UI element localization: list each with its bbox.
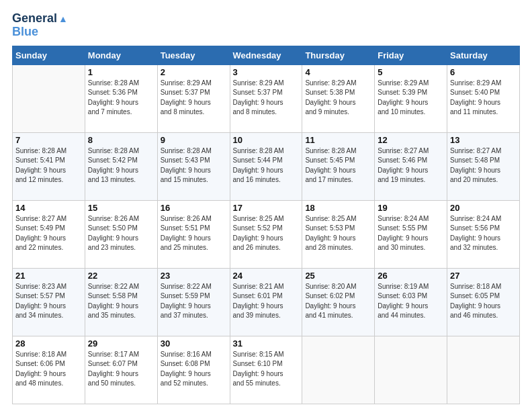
day-info: Sunrise: 8:18 AMSunset: 6:06 PMDaylight:… — [15, 350, 82, 389]
calendar-cell: 10Sunrise: 8:28 AMSunset: 5:44 PMDayligh… — [230, 132, 302, 200]
day-number: 29 — [88, 338, 154, 349]
calendar-cell: 29Sunrise: 8:17 AMSunset: 6:07 PMDayligh… — [85, 336, 157, 404]
day-number: 26 — [378, 271, 444, 281]
calendar-cell: 24Sunrise: 8:21 AMSunset: 6:01 PMDayligh… — [230, 268, 302, 336]
day-info: Sunrise: 8:22 AMSunset: 5:59 PMDaylight:… — [161, 282, 227, 321]
day-info: Sunrise: 8:17 AMSunset: 6:07 PMDaylight:… — [88, 350, 154, 389]
calendar-cell — [302, 336, 375, 404]
day-number: 14 — [15, 203, 82, 213]
calendar-week-3: 14Sunrise: 8:27 AMSunset: 5:49 PMDayligh… — [13, 200, 520, 268]
day-info: Sunrise: 8:24 AMSunset: 5:55 PMDaylight:… — [378, 214, 444, 253]
day-info: Sunrise: 8:24 AMSunset: 5:56 PMDaylight:… — [450, 214, 517, 253]
day-number: 28 — [15, 338, 82, 349]
day-info: Sunrise: 8:29 AMSunset: 5:37 PMDaylight:… — [161, 79, 227, 118]
calendar-cell: 15Sunrise: 8:26 AMSunset: 5:50 PMDayligh… — [85, 200, 157, 268]
day-info: Sunrise: 8:29 AMSunset: 5:38 PMDaylight:… — [305, 79, 371, 118]
calendar-cell: 6Sunrise: 8:29 AMSunset: 5:40 PMDaylight… — [447, 64, 520, 132]
calendar-cell: 8Sunrise: 8:28 AMSunset: 5:42 PMDaylight… — [85, 132, 157, 200]
calendar-cell: 3Sunrise: 8:29 AMSunset: 5:37 PMDaylight… — [230, 64, 302, 132]
day-number: 11 — [305, 135, 371, 145]
calendar-cell: 17Sunrise: 8:25 AMSunset: 5:52 PMDayligh… — [230, 200, 302, 268]
day-number: 22 — [88, 271, 154, 281]
day-info: Sunrise: 8:25 AMSunset: 5:52 PMDaylight:… — [233, 214, 300, 253]
day-info: Sunrise: 8:27 AMSunset: 5:49 PMDaylight:… — [15, 214, 82, 253]
logo: General▲ Blue — [12, 12, 68, 39]
day-info: Sunrise: 8:26 AMSunset: 5:51 PMDaylight:… — [161, 214, 227, 253]
day-number: 30 — [161, 338, 227, 349]
calendar-header-sunday: Sunday — [13, 46, 85, 64]
day-info: Sunrise: 8:23 AMSunset: 5:57 PMDaylight:… — [15, 282, 82, 321]
calendar-cell: 19Sunrise: 8:24 AMSunset: 5:55 PMDayligh… — [375, 200, 447, 268]
day-info: Sunrise: 8:28 AMSunset: 5:43 PMDaylight:… — [161, 146, 227, 185]
calendar-cell: 23Sunrise: 8:22 AMSunset: 5:59 PMDayligh… — [157, 268, 230, 336]
day-info: Sunrise: 8:26 AMSunset: 5:50 PMDaylight:… — [88, 214, 154, 253]
page: General▲ Blue SundayMondayTuesdayWednesd… — [0, 0, 532, 411]
calendar-cell: 16Sunrise: 8:26 AMSunset: 5:51 PMDayligh… — [157, 200, 230, 268]
day-info: Sunrise: 8:29 AMSunset: 5:40 PMDaylight:… — [450, 79, 517, 118]
day-info: Sunrise: 8:21 AMSunset: 6:01 PMDaylight:… — [233, 282, 300, 321]
day-number: 31 — [233, 338, 300, 349]
logo-blue: ▲ — [58, 13, 68, 24]
day-info: Sunrise: 8:15 AMSunset: 6:10 PMDaylight:… — [233, 350, 300, 389]
calendar-table: SundayMondayTuesdayWednesdayThursdayFrid… — [12, 46, 520, 404]
calendar-header-tuesday: Tuesday — [157, 46, 230, 64]
day-number: 6 — [450, 67, 517, 77]
calendar-cell: 7Sunrise: 8:28 AMSunset: 5:41 PMDaylight… — [13, 132, 85, 200]
header: General▲ Blue — [12, 12, 520, 39]
day-number: 25 — [305, 271, 371, 281]
calendar-week-2: 7Sunrise: 8:28 AMSunset: 5:41 PMDaylight… — [13, 132, 520, 200]
day-info: Sunrise: 8:27 AMSunset: 5:48 PMDaylight:… — [450, 146, 517, 185]
calendar-cell: 28Sunrise: 8:18 AMSunset: 6:06 PMDayligh… — [13, 336, 85, 404]
calendar-cell: 30Sunrise: 8:16 AMSunset: 6:08 PMDayligh… — [157, 336, 230, 404]
calendar-cell: 21Sunrise: 8:23 AMSunset: 5:57 PMDayligh… — [13, 268, 85, 336]
day-info: Sunrise: 8:25 AMSunset: 5:53 PMDaylight:… — [305, 214, 371, 253]
calendar-cell: 2Sunrise: 8:29 AMSunset: 5:37 PMDaylight… — [157, 64, 230, 132]
calendar-cell — [375, 336, 447, 404]
day-number: 21 — [15, 271, 82, 281]
day-number: 10 — [233, 135, 300, 145]
calendar-week-1: 1Sunrise: 8:28 AMSunset: 5:36 PMDaylight… — [13, 64, 520, 132]
day-number: 5 — [378, 67, 444, 77]
calendar-cell: 25Sunrise: 8:20 AMSunset: 6:02 PMDayligh… — [302, 268, 375, 336]
day-number: 27 — [450, 271, 517, 281]
calendar-cell: 22Sunrise: 8:22 AMSunset: 5:58 PMDayligh… — [85, 268, 157, 336]
day-number: 16 — [161, 203, 227, 213]
day-number: 15 — [88, 203, 154, 213]
day-info: Sunrise: 8:16 AMSunset: 6:08 PMDaylight:… — [161, 350, 227, 389]
calendar-header-row: SundayMondayTuesdayWednesdayThursdayFrid… — [13, 46, 520, 64]
calendar-week-5: 28Sunrise: 8:18 AMSunset: 6:06 PMDayligh… — [13, 336, 520, 404]
day-info: Sunrise: 8:28 AMSunset: 5:45 PMDaylight:… — [305, 146, 371, 185]
calendar-header-thursday: Thursday — [302, 46, 375, 64]
day-number: 20 — [450, 203, 517, 213]
calendar-cell: 1Sunrise: 8:28 AMSunset: 5:36 PMDaylight… — [85, 64, 157, 132]
calendar-header-friday: Friday — [375, 46, 447, 64]
calendar-week-4: 21Sunrise: 8:23 AMSunset: 5:57 PMDayligh… — [13, 268, 520, 336]
calendar-cell: 4Sunrise: 8:29 AMSunset: 5:38 PMDaylight… — [302, 64, 375, 132]
day-number: 1 — [88, 67, 154, 77]
logo-blue-text: Blue — [12, 26, 38, 39]
day-number: 12 — [378, 135, 444, 145]
calendar-header-wednesday: Wednesday — [230, 46, 302, 64]
calendar-header-monday: Monday — [85, 46, 157, 64]
calendar-cell: 14Sunrise: 8:27 AMSunset: 5:49 PMDayligh… — [13, 200, 85, 268]
day-number: 4 — [305, 67, 371, 77]
day-number: 13 — [450, 135, 517, 145]
calendar-cell — [447, 336, 520, 404]
calendar-cell — [13, 64, 85, 132]
day-number: 8 — [88, 135, 154, 145]
day-info: Sunrise: 8:29 AMSunset: 5:37 PMDaylight:… — [233, 79, 300, 118]
day-info: Sunrise: 8:19 AMSunset: 6:03 PMDaylight:… — [378, 282, 444, 321]
day-number: 24 — [233, 271, 300, 281]
day-info: Sunrise: 8:20 AMSunset: 6:02 PMDaylight:… — [305, 282, 371, 321]
day-info: Sunrise: 8:29 AMSunset: 5:39 PMDaylight:… — [378, 79, 444, 118]
day-number: 18 — [305, 203, 371, 213]
calendar-cell: 26Sunrise: 8:19 AMSunset: 6:03 PMDayligh… — [375, 268, 447, 336]
day-info: Sunrise: 8:28 AMSunset: 5:41 PMDaylight:… — [15, 146, 82, 185]
day-info: Sunrise: 8:18 AMSunset: 6:05 PMDaylight:… — [450, 282, 517, 321]
calendar-cell: 18Sunrise: 8:25 AMSunset: 5:53 PMDayligh… — [302, 200, 375, 268]
logo-text: General▲ — [12, 12, 68, 26]
calendar-cell: 5Sunrise: 8:29 AMSunset: 5:39 PMDaylight… — [375, 64, 447, 132]
day-number: 7 — [15, 135, 82, 145]
day-number: 2 — [161, 67, 227, 77]
calendar-cell: 27Sunrise: 8:18 AMSunset: 6:05 PMDayligh… — [447, 268, 520, 336]
